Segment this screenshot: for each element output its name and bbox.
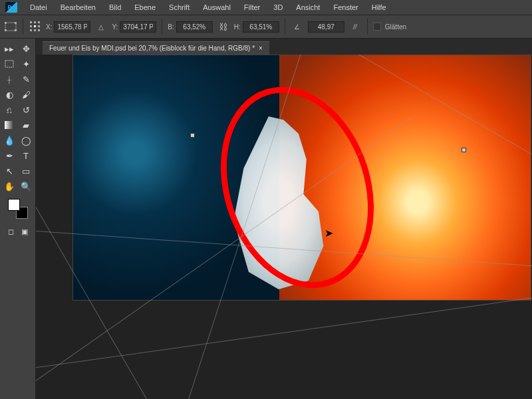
angle-icon: ∠ — [291, 20, 304, 33]
quick-mask-icon[interactable]: ◻ — [5, 225, 17, 237]
expand-icon[interactable]: ▸▸ — [1, 41, 17, 56]
document-tab-strip: Feuer und Eis by MDI.psd bei 20,7% (Eisb… — [36, 39, 532, 55]
crop-tool-icon[interactable]: ⟊ — [1, 72, 17, 86]
transform-handle[interactable] — [462, 148, 466, 152]
svg-rect-14 — [5, 61, 13, 67]
marquee-tool-icon[interactable] — [1, 57, 17, 71]
svg-rect-6 — [34, 21, 36, 23]
type-tool-icon[interactable]: T — [18, 148, 34, 163]
menu-bar: Ps Datei Bearbeiten Bild Ebene Schrift A… — [0, 0, 532, 15]
menu-filter[interactable]: Filter — [238, 1, 266, 13]
zoom-tool-icon[interactable]: 🔍 — [18, 179, 34, 194]
cursor-icon: ➤ — [325, 227, 333, 239]
eraser-tool-icon[interactable]: ▰ — [18, 118, 34, 132]
angle-input[interactable] — [308, 21, 344, 33]
options-bar: X: △ Y: B: ⛓ H: ∠ // Glätten — [0, 15, 532, 39]
blur-tool-icon[interactable]: 💧 — [1, 133, 17, 148]
pen-tool-icon[interactable]: ✒ — [1, 148, 17, 163]
gradient-tool-icon[interactable] — [1, 118, 17, 132]
svg-rect-2 — [15, 22, 17, 24]
path-selection-tool-icon[interactable]: ↖ — [1, 164, 17, 178]
svg-rect-10 — [38, 25, 40, 27]
svg-rect-3 — [5, 29, 7, 31]
dodge-tool-icon[interactable]: ◯ — [18, 133, 34, 148]
move-tool-icon[interactable]: ✥ — [18, 41, 34, 56]
photoshop-logo: Ps — [5, 2, 17, 13]
reference-point-icon[interactable] — [29, 20, 42, 33]
history-brush-tool-icon[interactable]: ↺ — [18, 102, 34, 117]
magic-wand-tool-icon[interactable]: ✦ — [18, 57, 34, 71]
svg-rect-4 — [15, 29, 17, 31]
menu-auswahl[interactable]: Auswahl — [197, 1, 237, 13]
antialias-checkbox[interactable] — [373, 23, 381, 31]
svg-rect-15 — [5, 121, 14, 129]
healing-brush-tool-icon[interactable]: ◐ — [1, 87, 17, 102]
width-label: B: — [168, 23, 174, 31]
close-tab-icon[interactable]: × — [259, 45, 263, 52]
delta-icon[interactable]: △ — [94, 20, 108, 33]
x-label: X: — [46, 23, 52, 31]
antialias-label: Glätten — [385, 23, 406, 31]
menu-hilfe[interactable]: Hilfe — [366, 1, 392, 13]
transform-handle[interactable] — [190, 133, 195, 138]
document-tab[interactable]: Feuer und Eis by MDI.psd bei 20,7% (Eisb… — [43, 41, 269, 55]
brush-tool-icon[interactable]: 🖌 — [18, 87, 34, 102]
hand-tool-icon[interactable]: ✋ — [1, 179, 17, 194]
menu-ebene[interactable]: Ebene — [128, 1, 162, 13]
transform-tool-icon[interactable] — [4, 20, 17, 33]
y-label: Y: — [112, 23, 118, 31]
svg-rect-11 — [30, 29, 32, 31]
svg-rect-13 — [38, 29, 40, 31]
menu-bild[interactable]: Bild — [103, 1, 127, 13]
y-input[interactable] — [120, 21, 156, 33]
tool-palette: ▸▸ ✥ ✦ ⟊ ✎ ◐ 🖌 ⎌ ↺ ▰ 💧 ◯ ✒ T ↖ ▭ ✋ 🔍 — [0, 39, 36, 399]
screen-mode-icon[interactable]: ▣ — [19, 225, 31, 237]
skew-icon[interactable]: // — [348, 20, 362, 33]
document-tab-title: Feuer und Eis by MDI.psd bei 20,7% (Eisb… — [49, 45, 255, 52]
shape-tool-icon[interactable]: ▭ — [18, 164, 34, 178]
foreground-color-swatch[interactable] — [8, 199, 20, 211]
link-aspect-icon[interactable]: ⛓ — [217, 20, 230, 33]
stamp-tool-icon[interactable]: ⎌ — [1, 102, 17, 117]
eyedropper-tool-icon[interactable]: ✎ — [18, 72, 34, 86]
menu-ansicht[interactable]: Ansicht — [290, 1, 326, 13]
svg-rect-1 — [5, 22, 7, 24]
menu-fenster[interactable]: Fenster — [327, 1, 364, 13]
canvas-document: ➤ — [72, 55, 531, 301]
svg-rect-0 — [5, 23, 16, 31]
svg-rect-9 — [34, 25, 36, 27]
menu-bearbeiten[interactable]: Bearbeiten — [55, 1, 102, 13]
canvas-viewport[interactable]: ➤ — [36, 55, 532, 399]
width-input[interactable] — [176, 21, 213, 33]
menu-3d[interactable]: 3D — [267, 1, 289, 13]
color-swatches[interactable] — [8, 199, 28, 219]
height-input[interactable] — [243, 21, 279, 33]
svg-rect-5 — [30, 21, 32, 23]
menu-datei[interactable]: Datei — [24, 1, 53, 13]
svg-rect-7 — [38, 21, 40, 23]
menu-schrift[interactable]: Schrift — [163, 1, 196, 13]
height-label: H: — [234, 23, 241, 31]
svg-rect-12 — [34, 29, 36, 31]
x-input[interactable] — [54, 21, 90, 33]
svg-rect-8 — [30, 25, 32, 27]
